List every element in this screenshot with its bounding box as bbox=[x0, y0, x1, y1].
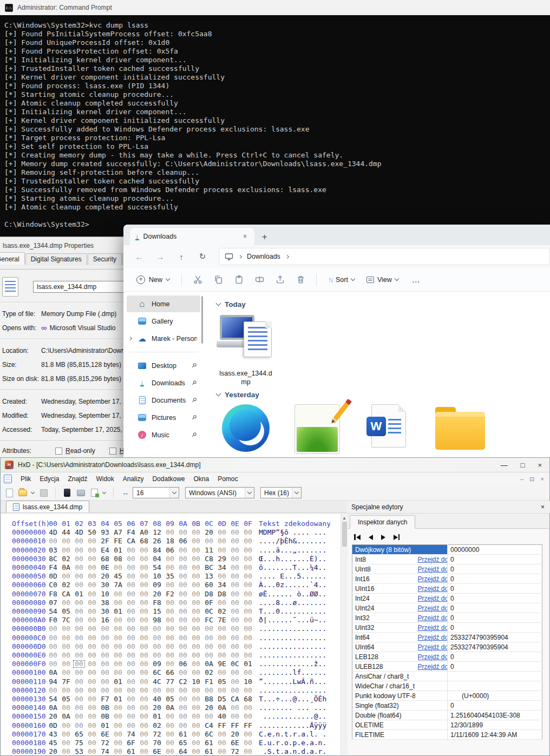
first-button[interactable] bbox=[354, 534, 361, 540]
hex-byte[interactable]: 00 bbox=[138, 546, 150, 555]
forward-button[interactable]: → bbox=[152, 248, 168, 265]
inspector-value[interactable]: 0 bbox=[448, 603, 542, 613]
panel-close-icon[interactable]: × bbox=[541, 503, 545, 511]
hex-byte[interactable]: 00 bbox=[60, 634, 73, 642]
hex-byte[interactable]: 09 bbox=[150, 660, 163, 668]
hex-byte[interactable]: 00 bbox=[60, 642, 73, 651]
hex-byte[interactable]: FF bbox=[241, 721, 254, 730]
hex-byte[interactable]: 15 bbox=[150, 607, 163, 616]
hex-byte[interactable]: 00 bbox=[189, 572, 202, 581]
hex-byte[interactable]: 00 bbox=[125, 721, 138, 730]
sidebar-item-home[interactable]: ⌂Home bbox=[127, 295, 200, 312]
hex-byte[interactable]: 06 bbox=[176, 537, 189, 545]
hex-byte[interactable]: 0E bbox=[99, 563, 112, 572]
inspector-row[interactable]: UInt24Przejdź do:0 bbox=[352, 603, 542, 613]
hex-byte[interactable]: 00 bbox=[99, 624, 112, 633]
hex-byte[interactable]: 00 bbox=[125, 686, 138, 695]
hex-byte[interactable]: 00 bbox=[138, 695, 150, 704]
up-button[interactable]: ↑ bbox=[173, 248, 189, 265]
hex-byte[interactable]: 00 bbox=[163, 730, 176, 739]
hex-byte[interactable]: 05 bbox=[60, 695, 73, 704]
hex-byte[interactable]: 00 bbox=[125, 678, 138, 686]
hex-byte[interactable]: 00 bbox=[138, 747, 150, 755]
hex-byte[interactable]: 6E bbox=[228, 739, 241, 747]
hex-byte[interactable]: 00 bbox=[138, 590, 150, 599]
hex-byte[interactable]: 00 bbox=[202, 624, 215, 633]
hex-byte[interactable]: 00 bbox=[86, 607, 99, 616]
hex-byte[interactable]: 4D bbox=[73, 528, 86, 537]
hex-byte[interactable]: 9E bbox=[215, 660, 228, 668]
hex-decoded-text[interactable]: .... E...5...... bbox=[259, 572, 330, 581]
cut-button[interactable] bbox=[188, 271, 207, 288]
hex-byte[interactable]: 00 bbox=[47, 686, 60, 695]
hex-byte[interactable]: 00 bbox=[150, 651, 163, 660]
hex-byte[interactable]: 00 bbox=[176, 563, 189, 572]
copy-button[interactable] bbox=[209, 271, 227, 288]
hex-byte[interactable]: 00 bbox=[138, 599, 150, 607]
hex-byte[interactable]: 11 bbox=[202, 546, 215, 555]
hex-byte[interactable]: 10 bbox=[189, 678, 202, 686]
hex-byte[interactable]: 00 bbox=[60, 572, 73, 581]
hex-byte[interactable]: CA bbox=[60, 590, 73, 599]
hex-byte[interactable]: F0 bbox=[47, 616, 60, 624]
file-item[interactable] bbox=[217, 404, 275, 454]
hex-byte[interactable]: 00 bbox=[125, 660, 138, 668]
hex-byte[interactable]: 00 bbox=[163, 739, 176, 747]
hex-byte[interactable]: 00 bbox=[202, 686, 215, 695]
hex-byte[interactable]: 00 bbox=[138, 634, 150, 642]
hex-byte[interactable]: 00 bbox=[241, 555, 254, 563]
hex-byte[interactable]: 0A bbox=[47, 668, 60, 677]
hex-byte[interactable]: 13 bbox=[202, 572, 215, 581]
hex-byte[interactable]: 06 bbox=[176, 660, 189, 668]
hex-byte[interactable]: 00 bbox=[228, 642, 241, 651]
hex-byte[interactable]: 65 bbox=[73, 730, 86, 739]
hex-byte[interactable]: 01 bbox=[112, 695, 125, 704]
hex-byte[interactable]: 10 bbox=[150, 572, 163, 581]
hex-byte[interactable]: 00 bbox=[228, 634, 241, 642]
hex-byte[interactable]: 00 bbox=[125, 555, 138, 563]
hex-byte[interactable]: 00 bbox=[228, 590, 241, 599]
tab-security[interactable]: Security bbox=[88, 253, 122, 265]
hex-byte[interactable]: 00 bbox=[228, 528, 241, 537]
goto-link[interactable]: Przejdź do: bbox=[418, 604, 448, 612]
inspector-value[interactable]: 0 bbox=[448, 613, 542, 623]
hex-byte[interactable]: 02 bbox=[150, 721, 163, 730]
hex-byte[interactable]: 00 bbox=[228, 599, 241, 607]
hex-byte[interactable]: 68 bbox=[99, 555, 112, 563]
hex-byte[interactable]: 00 bbox=[138, 563, 150, 572]
hex-byte[interactable]: 72 bbox=[99, 739, 112, 747]
hex-byte[interactable]: 00 bbox=[86, 599, 99, 607]
hex-byte[interactable]: 00 bbox=[241, 590, 254, 599]
mdi-minimize-button[interactable]: – bbox=[520, 476, 523, 483]
hex-byte[interactable]: 0C bbox=[228, 660, 241, 668]
inspector-value[interactable]: 12/30/1899 bbox=[448, 720, 542, 730]
last-button[interactable] bbox=[394, 534, 400, 540]
hex-byte[interactable]: 00 bbox=[176, 599, 189, 607]
goto-link[interactable]: Przejdź do: bbox=[418, 575, 448, 583]
hex-byte[interactable]: 68 bbox=[138, 537, 150, 545]
hex-byte[interactable]: F7 bbox=[99, 695, 112, 704]
hex-byte[interactable]: 00 bbox=[163, 660, 176, 668]
hex-byte[interactable]: 00 bbox=[125, 607, 138, 616]
hex-byte[interactable]: 84 bbox=[150, 546, 163, 555]
menu-okna[interactable]: Okna bbox=[189, 474, 213, 484]
hex-decoded-text[interactable]: ”.......LwÂ.ñ... bbox=[259, 678, 330, 686]
hex-scrollbar[interactable]: ▲ bbox=[341, 514, 348, 755]
hex-byte[interactable]: 34 bbox=[215, 563, 228, 572]
document-tab[interactable]: lsass.exe_1344.dmp bbox=[6, 501, 89, 512]
file-item[interactable] bbox=[288, 404, 346, 454]
inspector-value[interactable]: 0 bbox=[448, 652, 542, 662]
hex-byte[interactable]: 00 bbox=[176, 572, 189, 581]
hex-byte[interactable]: F2 bbox=[163, 590, 176, 599]
inspector-value[interactable]: (U+0000) bbox=[448, 691, 542, 701]
hex-byte[interactable]: 00 bbox=[138, 555, 150, 563]
hex-byte[interactable]: 00 bbox=[215, 686, 228, 695]
hex-byte[interactable]: 00 bbox=[60, 730, 73, 739]
hex-byte[interactable]: 00 bbox=[99, 651, 112, 660]
hex-byte[interactable]: 00 bbox=[189, 695, 202, 704]
hex-byte[interactable]: FF bbox=[215, 721, 228, 730]
hex-byte[interactable]: D5 bbox=[215, 695, 228, 704]
hex-byte[interactable]: 20 bbox=[47, 712, 60, 721]
hex-decoded-text[interactable]: ................ bbox=[259, 642, 330, 651]
share-button[interactable] bbox=[271, 271, 289, 288]
